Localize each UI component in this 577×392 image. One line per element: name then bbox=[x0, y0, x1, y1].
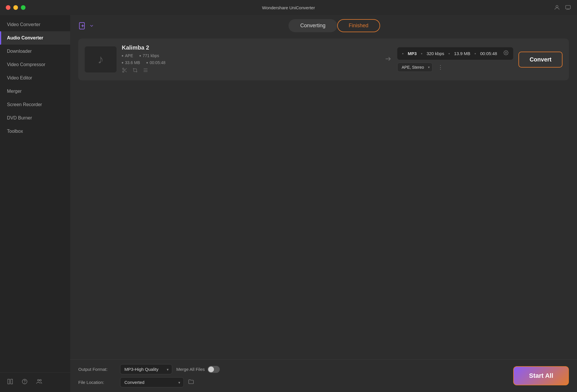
sidebar: Video Converter Audio Converter Download… bbox=[0, 15, 70, 392]
sidebar-item-video-converter[interactable]: Video Converter bbox=[0, 18, 70, 31]
output-format-row: Output Format: MP3-High Quality MP3-Stan… bbox=[78, 364, 502, 374]
more-options-icon[interactable]: ⋮ bbox=[438, 64, 443, 70]
channel-select-wrap: APE, Stereo MP3, Stereo MP3, Mono bbox=[397, 63, 433, 72]
svg-point-6 bbox=[38, 380, 39, 381]
merge-label: Merge All Files bbox=[176, 367, 205, 372]
source-bitrate: 771 kbps bbox=[139, 53, 159, 58]
sidebar-item-audio-converter[interactable]: Audio Converter bbox=[0, 31, 70, 45]
main-content: Converting Finished ♪ Kalimba 2 AP bbox=[70, 15, 577, 392]
merge-group: Merge All Files bbox=[176, 366, 220, 373]
dot bbox=[146, 62, 148, 63]
output-format-label: Output Format: bbox=[78, 367, 116, 372]
maximize-button[interactable] bbox=[21, 5, 26, 10]
sidebar-item-dvd-burner[interactable]: DVD Burner bbox=[0, 111, 70, 125]
bottom-bar: Output Format: MP3-High Quality MP3-Stan… bbox=[70, 359, 577, 392]
account-icon[interactable] bbox=[554, 4, 560, 11]
file-card: ♪ Kalimba 2 APE 771 kbps bbox=[78, 39, 569, 80]
file-actions bbox=[122, 67, 379, 75]
cut-icon[interactable] bbox=[122, 67, 128, 75]
svg-point-7 bbox=[40, 380, 41, 381]
tab-converting[interactable]: Converting bbox=[288, 19, 337, 32]
file-meta-2: 33.6 MB 00:05:48 bbox=[122, 60, 379, 65]
top-bar: Converting Finished bbox=[70, 15, 577, 36]
folder-icon-button[interactable] bbox=[188, 378, 194, 386]
close-button[interactable] bbox=[6, 5, 10, 10]
svg-point-11 bbox=[505, 52, 507, 53]
svg-point-9 bbox=[123, 68, 124, 70]
music-note-icon: ♪ bbox=[98, 52, 104, 66]
chevron-down-icon bbox=[89, 23, 94, 28]
sidebar-item-toolbox[interactable]: Toolbox bbox=[0, 125, 70, 138]
svg-point-10 bbox=[123, 71, 124, 72]
svg-rect-1 bbox=[566, 6, 571, 9]
bottom-bar-left: Output Format: MP3-High Quality MP3-Stan… bbox=[78, 364, 502, 387]
titlebar: Wondershare UniConverter bbox=[0, 0, 577, 15]
crop-icon[interactable] bbox=[132, 67, 138, 75]
file-thumbnail: ♪ bbox=[85, 46, 117, 72]
file-location-row: File Location: Converted Desktop Downloa… bbox=[78, 377, 502, 387]
channel-row: APE, Stereo MP3, Stereo MP3, Mono ⋮ bbox=[397, 63, 513, 72]
library-icon[interactable] bbox=[7, 378, 13, 386]
users-icon[interactable] bbox=[36, 378, 42, 386]
format-select-wrap: MP3-High Quality MP3-Standard AAC FLAC bbox=[120, 364, 172, 374]
output-duration: 00:05:48 bbox=[480, 51, 497, 56]
toggle-knob bbox=[208, 366, 214, 372]
output-format-val: MP3 bbox=[408, 51, 417, 56]
help-icon[interactable] bbox=[21, 378, 28, 386]
sidebar-item-downloader[interactable]: Downloader bbox=[0, 45, 70, 58]
file-location-select[interactable]: Converted Desktop Downloads Custom... bbox=[120, 377, 184, 387]
file-info: Kalimba 2 APE 771 kbps bbox=[122, 44, 379, 75]
app-title: Wondershare UniConverter bbox=[262, 5, 315, 10]
convert-arrow-icon bbox=[384, 55, 392, 64]
dot bbox=[139, 55, 141, 57]
location-select-wrap: Converted Desktop Downloads Custom... bbox=[120, 377, 184, 387]
sidebar-item-merger[interactable]: Merger bbox=[0, 85, 70, 98]
add-file-button[interactable] bbox=[78, 21, 94, 30]
minimize-button[interactable] bbox=[13, 5, 18, 10]
app-body: Video Converter Audio Converter Download… bbox=[0, 15, 577, 392]
source-size: 33.6 MB bbox=[122, 60, 140, 65]
dot bbox=[122, 55, 123, 57]
sidebar-item-video-editor[interactable]: Video Editor bbox=[0, 71, 70, 85]
settings-button[interactable] bbox=[503, 50, 509, 57]
window-controls bbox=[6, 5, 26, 10]
tab-finished[interactable]: Finished bbox=[337, 19, 380, 32]
svg-rect-3 bbox=[11, 379, 12, 384]
add-file-icon bbox=[78, 21, 87, 30]
output-format-row: ● MP3 ● 320 kbps ● 13.9 MB ● 00:05:48 bbox=[397, 47, 513, 60]
convert-button[interactable]: Convert bbox=[518, 52, 563, 68]
start-all-button[interactable]: Start All bbox=[513, 366, 569, 385]
output-size: 13.9 MB bbox=[454, 51, 470, 56]
file-list-area: ♪ Kalimba 2 APE 771 kbps bbox=[70, 36, 577, 359]
source-format: APE bbox=[122, 53, 133, 58]
source-duration: 00:05:48 bbox=[146, 60, 166, 65]
svg-point-0 bbox=[556, 6, 558, 8]
titlebar-icons bbox=[554, 4, 571, 11]
sidebar-item-screen-recorder[interactable]: Screen Recorder bbox=[0, 98, 70, 111]
output-bitrate: 320 kbps bbox=[427, 51, 444, 56]
sidebar-item-video-compressor[interactable]: Video Compressor bbox=[0, 58, 70, 71]
tab-group: Converting Finished bbox=[288, 19, 380, 32]
channel-select[interactable]: APE, Stereo MP3, Stereo MP3, Mono bbox=[397, 63, 433, 72]
sidebar-bottom bbox=[0, 372, 70, 392]
svg-rect-2 bbox=[8, 379, 10, 384]
file-meta: APE 771 kbps bbox=[122, 53, 379, 58]
file-location-label: File Location: bbox=[78, 380, 116, 385]
effects-icon[interactable] bbox=[143, 67, 148, 75]
output-format-select[interactable]: MP3-High Quality MP3-Standard AAC FLAC bbox=[120, 364, 172, 374]
dot bbox=[122, 62, 123, 63]
svg-point-5 bbox=[25, 383, 25, 383]
file-name: Kalimba 2 bbox=[122, 44, 379, 51]
feedback-icon[interactable] bbox=[565, 4, 571, 11]
merge-toggle[interactable] bbox=[208, 366, 220, 373]
output-area: ● MP3 ● 320 kbps ● 13.9 MB ● 00:05:48 bbox=[397, 47, 513, 72]
